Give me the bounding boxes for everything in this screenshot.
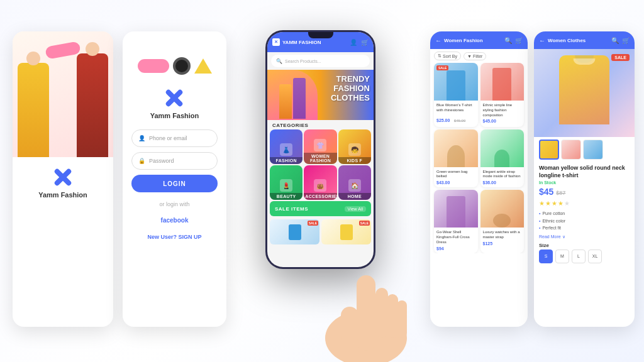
password-input[interactable]: 🔒 Password bbox=[131, 152, 218, 170]
star-5: ★ bbox=[564, 200, 570, 207]
sign-up-link[interactable]: SIGN UP bbox=[179, 234, 202, 240]
svg-rect-4 bbox=[397, 300, 407, 338]
search-icon: 🔍 bbox=[276, 58, 282, 64]
product-detail-panel: ← Women Clothes 🔍 🛒 SALE Woman yellow so… bbox=[534, 31, 635, 327]
user-icon[interactable]: 👤 bbox=[350, 39, 357, 46]
facebook-link[interactable]: facebook bbox=[161, 217, 189, 224]
size-s-button[interactable]: S bbox=[539, 250, 553, 263]
product-price-3: $43.00 bbox=[436, 180, 475, 185]
product-info-5: Go-Wear Shell Kingham-Full Cross Dress $… bbox=[434, 228, 478, 253]
product-card-1[interactable]: SALE Blue Women's T-shirt with rhineston… bbox=[434, 63, 478, 127]
category-beauty[interactable]: 💄 BEAUTY bbox=[270, 165, 303, 200]
facebook-login[interactable]: facebook bbox=[131, 214, 218, 225]
new-user-text: New User? SIGN UP bbox=[147, 234, 201, 240]
thumbnail-2[interactable] bbox=[561, 140, 581, 160]
svg-rect-5 bbox=[341, 307, 358, 344]
sale-badge-2: SALE bbox=[359, 221, 370, 226]
detail-panel-title: Women Clothes bbox=[548, 38, 586, 43]
phone-email-input[interactable]: 👤 Phone or email bbox=[131, 129, 218, 147]
product-image-5 bbox=[434, 190, 478, 228]
women-fashion-panel: ← Women Fashion 🔍 🛒 ⇅ Sort By ▼ Filter bbox=[430, 31, 528, 327]
star-1: ★ bbox=[539, 200, 545, 207]
search-icon[interactable]: 🔍 bbox=[611, 37, 619, 44]
sale-item-1[interactable]: SALE bbox=[270, 219, 319, 244]
phone-screen: ✕ YAMM FASHION 👤 🛒 🔍 Search Products... bbox=[267, 32, 374, 267]
svg-rect-2 bbox=[375, 288, 388, 338]
filter-button[interactable]: ▼ Filter bbox=[464, 52, 487, 60]
detail-old-price: $87 bbox=[556, 190, 565, 196]
category-accessories[interactable]: 👜 ACCESSORIES bbox=[304, 165, 336, 200]
category-fashion-label: Fashion bbox=[270, 157, 303, 164]
splash-logo: Yamm Fashion bbox=[38, 166, 87, 199]
category-women-fashion[interactable]: 👚 WOMEN FASHION bbox=[304, 129, 336, 164]
cart-icon[interactable]: 🛒 bbox=[515, 37, 523, 44]
search-icon[interactable]: 🔍 bbox=[504, 37, 512, 44]
thumbnail-1[interactable] bbox=[539, 140, 559, 160]
categories-label: CATEGORIES bbox=[267, 120, 374, 129]
phone-container: ✕ YAMM FASHION 👤 🛒 🔍 Search Products... bbox=[253, 18, 391, 344]
splash-panel: Yamm Fashion bbox=[13, 31, 113, 327]
phone-search-bar[interactable]: 🔍 Search Products... bbox=[271, 55, 370, 67]
product-name-1: Blue Women's T-shirt with rhinestones bbox=[436, 103, 475, 113]
product-image-1: SALE bbox=[434, 63, 478, 101]
detail-panel-header: ← Women Clothes 🔍 🛒 bbox=[534, 31, 635, 49]
category-home[interactable]: 🏠 HOME bbox=[338, 165, 371, 200]
phone-placeholder: Phone or email bbox=[149, 135, 187, 141]
svg-rect-3 bbox=[387, 294, 398, 338]
product-card-6[interactable]: Luxury watches with a master strap $125 bbox=[480, 190, 525, 253]
detail-price-row: $45 $87 bbox=[534, 185, 635, 199]
product-features: Pure cotton Ethnic color Perfect fit bbox=[534, 208, 635, 233]
size-options: S M L XL bbox=[534, 250, 635, 263]
phone-app-logo: ✕ YAMM FASHION bbox=[272, 38, 321, 46]
headphones-decoration bbox=[173, 57, 191, 75]
accessories-row bbox=[138, 44, 212, 88]
svg-rect-1 bbox=[357, 275, 375, 351]
person-icon: 👤 bbox=[138, 135, 145, 141]
product-card-5[interactable]: Go-Wear Shell Kingham-Full Cross Dress $… bbox=[434, 190, 478, 253]
size-xl-button[interactable]: XL bbox=[588, 250, 602, 263]
signup-section: New User? SIGN UP bbox=[131, 230, 218, 241]
product-rating: ★ ★ ★ ★ ★ bbox=[534, 199, 635, 208]
product-name-4: Elegant ankle strap mode inside of fashi… bbox=[483, 170, 522, 180]
back-icon[interactable]: ← bbox=[435, 37, 441, 44]
detail-panel-icons: 🔍 🛒 bbox=[611, 37, 630, 44]
women-panel-header: ← Women Fashion 🔍 🛒 bbox=[430, 31, 528, 49]
login-button[interactable]: LOGIN bbox=[131, 175, 218, 192]
size-m-button[interactable]: M bbox=[555, 250, 569, 263]
main-scene: Yamm Fashion Yamm Fashion 👤 Phone or ema… bbox=[0, 0, 644, 362]
star-3: ★ bbox=[552, 200, 557, 207]
x-icon bbox=[163, 87, 186, 109]
women-panel-back[interactable]: ← Women Fashion bbox=[435, 37, 483, 44]
product-name-2: Ethnic simple line styling fashion compo… bbox=[483, 103, 522, 118]
sort-label: Sort By bbox=[443, 54, 457, 58]
sunglasses-decoration bbox=[138, 59, 169, 73]
size-l-button[interactable]: L bbox=[572, 250, 586, 263]
star-4: ★ bbox=[558, 200, 564, 207]
sort-filter-bar: ⇅ Sort By ▼ Filter bbox=[430, 49, 528, 63]
splash-image bbox=[13, 31, 113, 157]
banner-line3: CLOTHES bbox=[331, 94, 370, 103]
feature-2: Ethnic color bbox=[539, 217, 630, 224]
product-card-4[interactable]: Elegant ankle strap mode inside of fashi… bbox=[480, 129, 525, 188]
or-text: or login with bbox=[159, 201, 189, 207]
banner-line1: TRENDY bbox=[331, 75, 370, 84]
phone-app-name: YAMM FASHION bbox=[282, 40, 321, 45]
view-all-button[interactable]: View All bbox=[345, 206, 366, 212]
phone-hand: ✕ YAMM FASHION 👤 🛒 🔍 Search Products... bbox=[253, 18, 391, 344]
banner-text: TRENDY FASHION CLOTHES bbox=[331, 75, 370, 103]
detail-back[interactable]: ← Women Clothes bbox=[539, 37, 586, 44]
read-more-button[interactable]: Read More ∨ bbox=[534, 233, 635, 241]
sort-button[interactable]: ⇅ Sort By bbox=[434, 52, 461, 60]
detail-back-icon[interactable]: ← bbox=[539, 37, 545, 44]
cart-icon[interactable]: 🛒 bbox=[622, 37, 630, 44]
product-info-1: Blue Women's T-shirt with rhinestones $2… bbox=[434, 101, 478, 127]
category-beauty-label: BEAUTY bbox=[270, 193, 303, 200]
sale-badge: SALE bbox=[436, 65, 448, 70]
thumbnail-3[interactable] bbox=[583, 140, 603, 160]
product-card-3[interactable]: Green women bag belted $43.00 bbox=[434, 129, 478, 188]
category-fashion[interactable]: 👗 Fashion bbox=[270, 129, 303, 164]
product-info-6: Luxury watches with a master strap $125 bbox=[480, 228, 525, 248]
category-kids[interactable]: 🧒 KIDS F bbox=[338, 129, 371, 164]
product-card-2[interactable]: Ethnic simple line styling fashion compo… bbox=[480, 63, 525, 127]
cart-icon[interactable]: 🛒 bbox=[361, 39, 369, 46]
